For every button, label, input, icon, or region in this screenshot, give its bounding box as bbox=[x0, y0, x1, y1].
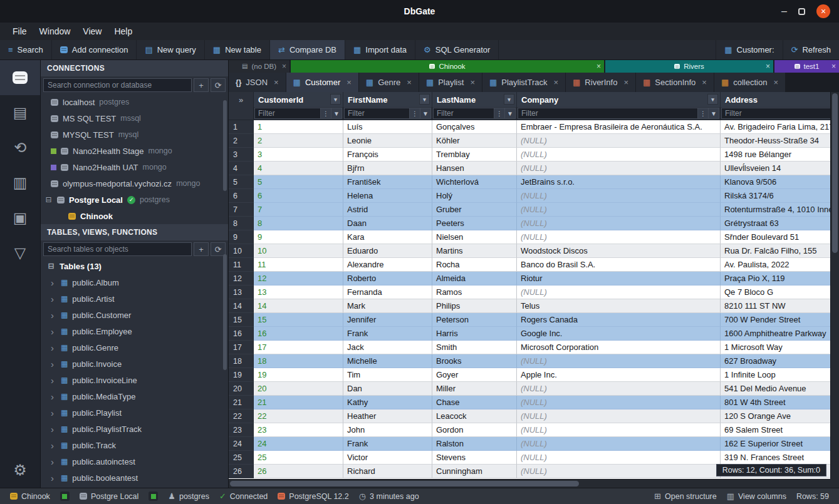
grid-cell[interactable]: Bjřrn bbox=[343, 162, 432, 175]
add-connection-small-button[interactable]: + bbox=[194, 78, 209, 92]
grid-cell[interactable]: (NULL) bbox=[517, 285, 721, 299]
connection-item-localhost[interactable]: localhostpostgres bbox=[41, 94, 228, 110]
row-number[interactable]: 10 bbox=[229, 244, 254, 258]
grid-cell[interactable]: 22 bbox=[254, 409, 343, 423]
filter-input-customerid[interactable] bbox=[254, 108, 321, 119]
grid-cell[interactable]: Victor bbox=[343, 451, 432, 465]
tables-search-input[interactable] bbox=[43, 242, 192, 256]
table-item-public-playlisttrack[interactable]: ›▦public.PlaylistTrack bbox=[41, 421, 228, 437]
chevron-right-icon[interactable]: › bbox=[51, 342, 56, 353]
grid-cell[interactable]: John bbox=[343, 423, 432, 437]
close-icon[interactable]: × bbox=[702, 78, 707, 87]
table-item-public-album[interactable]: ›▦public.Album bbox=[41, 274, 228, 291]
close-icon[interactable]: × bbox=[282, 62, 286, 71]
grid-cell[interactable]: Embraer - Empresa Brasileira de Aeronáut… bbox=[517, 120, 721, 134]
row-number[interactable]: 13 bbox=[229, 285, 254, 299]
chevron-right-icon[interactable]: › bbox=[51, 277, 56, 288]
add-table-small-button[interactable]: + bbox=[194, 242, 209, 256]
grid-cell[interactable]: 17 bbox=[254, 341, 343, 354]
grid-cell[interactable]: (NULL) bbox=[517, 162, 721, 175]
grid-vertical-scrollbar[interactable] bbox=[830, 92, 839, 479]
status-postgre-local[interactable]: Postgre Local bbox=[75, 492, 143, 501]
grid-cell[interactable]: Apple Inc. bbox=[517, 368, 721, 382]
tables-group[interactable]: ⊟ Tables (13) bbox=[41, 258, 228, 274]
grid-cell[interactable]: 801 W 4th Street bbox=[721, 396, 830, 409]
collapse-icon[interactable]: ⊟ bbox=[47, 262, 55, 270]
filter-menu-button[interactable]: ⋮ bbox=[698, 108, 709, 119]
grid-cell[interactable]: 162 E Superior Street bbox=[721, 437, 830, 451]
sidebar-icon-history[interactable]: ⟲ bbox=[0, 130, 40, 165]
chevron-right-icon[interactable]: › bbox=[51, 310, 56, 321]
filter-funnel-button[interactable]: ▼ bbox=[331, 108, 342, 119]
toolbar-compare-db[interactable]: ⇄Compare DB bbox=[270, 40, 345, 59]
close-button[interactable]: × bbox=[816, 4, 830, 18]
grid-cell[interactable]: 16 bbox=[254, 327, 343, 341]
chevron-down-icon[interactable]: ▾ bbox=[419, 94, 430, 105]
grid-cell[interactable]: Tim bbox=[343, 368, 432, 382]
tab-group-test1[interactable]: test1× bbox=[774, 60, 839, 73]
grid-cell[interactable]: 120 S Orange Ave bbox=[721, 409, 830, 423]
grid-cell[interactable]: Klanova 9/506 bbox=[721, 175, 830, 189]
grid-cell[interactable]: 627 Broadway bbox=[721, 354, 830, 368]
row-number[interactable]: 20 bbox=[229, 382, 254, 396]
close-icon[interactable]: × bbox=[597, 62, 601, 71]
grid-cell[interactable]: 19 bbox=[254, 368, 343, 382]
status-rows-59[interactable]: Rows: 59 bbox=[791, 492, 834, 501]
grid-cell[interactable]: Rilská 3174/6 bbox=[721, 189, 830, 203]
column-header-company[interactable]: Company▾ bbox=[517, 92, 721, 107]
grid-cell[interactable]: 24 bbox=[254, 437, 343, 451]
grid-cell[interactable]: 1 Infinite Loop bbox=[721, 368, 830, 382]
toolbar-customer[interactable]: ▦Customer: bbox=[716, 40, 782, 59]
toolbar-new-query[interactable]: ▤New query bbox=[137, 40, 204, 59]
grid-cell[interactable]: 1498 rue Bélanger bbox=[721, 148, 830, 162]
grid-cell[interactable]: Richard bbox=[343, 465, 432, 478]
grid-cell[interactable]: Frank bbox=[343, 437, 432, 451]
grid-cell[interactable]: 15 bbox=[254, 313, 343, 327]
column-header-firstname[interactable]: FirstName▾ bbox=[343, 92, 432, 107]
row-number[interactable]: 2 bbox=[229, 134, 254, 148]
chevron-down-icon[interactable]: ▾ bbox=[504, 94, 514, 105]
row-number[interactable]: 16 bbox=[229, 327, 254, 341]
grid-cell[interactable]: Av. Paulista, 2022 bbox=[721, 258, 830, 272]
tab-genre[interactable]: ▦Genre× bbox=[359, 73, 419, 92]
grid-cell[interactable]: Cunningham bbox=[432, 465, 517, 478]
vertical-scroll-thumb[interactable] bbox=[832, 93, 838, 253]
grid-cell[interactable]: Leacock bbox=[432, 409, 517, 423]
grid-cell[interactable]: Hansen bbox=[432, 162, 517, 175]
grid-cell[interactable]: Miller bbox=[432, 382, 517, 396]
filter-input-company[interactable] bbox=[518, 108, 698, 119]
filter-input-firstname[interactable] bbox=[344, 108, 410, 119]
row-number[interactable]: 17 bbox=[229, 341, 254, 354]
grid-cell[interactable]: 21 bbox=[254, 396, 343, 409]
grid-cell[interactable]: Grétrystraat 63 bbox=[721, 217, 830, 230]
chevron-right-icon[interactable]: › bbox=[51, 456, 56, 467]
table-item-public-genre[interactable]: ›▦public.Genre bbox=[41, 339, 228, 356]
toolbar-add-connection[interactable]: Add connection bbox=[52, 40, 137, 59]
grid-cell[interactable]: 20 bbox=[254, 382, 343, 396]
grid-cell[interactable]: Theodor-Heuss-Straße 34 bbox=[721, 134, 830, 148]
table-item-public-invoiceline[interactable]: ›▦public.InvoiceLine bbox=[41, 372, 228, 388]
connection-item-ms-sql-test[interactable]: MS SQL TESTmssql bbox=[41, 110, 228, 126]
row-number[interactable]: 18 bbox=[229, 354, 254, 368]
grid-cell[interactable]: (NULL) bbox=[517, 437, 721, 451]
connection-item-mysql-test[interactable]: MYSQL TESTmysql bbox=[41, 126, 228, 143]
grid-cell[interactable]: 14 bbox=[254, 299, 343, 313]
row-number[interactable]: 1 bbox=[229, 120, 254, 134]
grid-cell[interactable]: Microsoft Corporation bbox=[517, 341, 721, 354]
toolbar-sql-generator[interactable]: ⚙SQL Generator bbox=[415, 40, 499, 59]
grid-cell[interactable]: Stevens bbox=[432, 451, 517, 465]
grid-cell[interactable]: Ramos bbox=[432, 285, 517, 299]
grid-cell[interactable]: JetBrains s.r.o. bbox=[517, 175, 721, 189]
column-header-customerid[interactable]: CustomerId▾ bbox=[254, 92, 343, 107]
chevron-right-icon[interactable]: › bbox=[51, 326, 56, 337]
grid-cell[interactable]: (NULL) bbox=[517, 148, 721, 162]
horizontal-scroll-thumb[interactable] bbox=[230, 481, 579, 486]
grid-cell[interactable]: Alexandre bbox=[343, 258, 432, 272]
status-connected[interactable]: ✓Connected bbox=[214, 492, 273, 501]
grid-cell[interactable]: Luís bbox=[343, 120, 432, 134]
grid-cell[interactable]: Astrid bbox=[343, 203, 432, 217]
row-number[interactable]: 6 bbox=[229, 189, 254, 203]
toolbar-import-data[interactable]: ▦Import data bbox=[345, 40, 415, 59]
chevron-right-icon[interactable]: › bbox=[51, 473, 56, 483]
grid-cell[interactable]: Martins bbox=[432, 244, 517, 258]
